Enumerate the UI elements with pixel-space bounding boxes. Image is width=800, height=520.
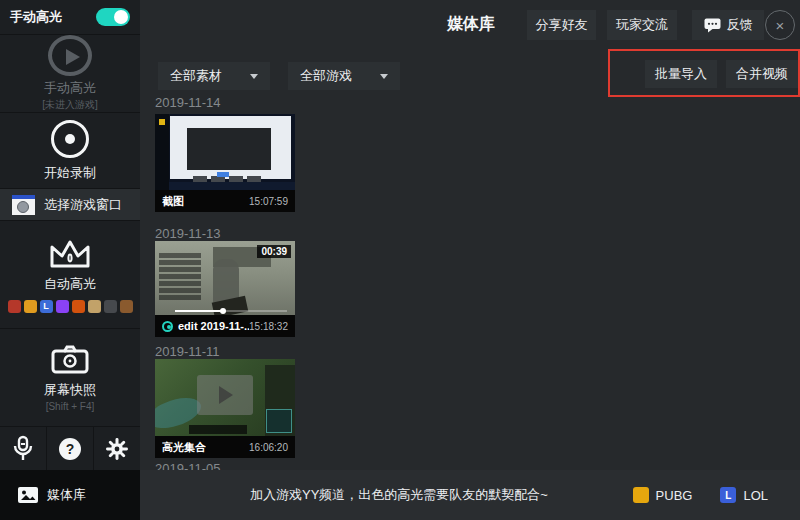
manual-highlight-toggle-label: 手动高光: [10, 8, 62, 26]
minimap: [266, 409, 292, 433]
duration-badge: 00:39: [257, 245, 291, 258]
player-chat-button[interactable]: 玩家交流: [607, 10, 677, 40]
share-friends-button[interactable]: 分享好友: [527, 10, 596, 40]
feedback-button[interactable]: 反馈: [692, 10, 764, 40]
select-game-window-label: 选择游戏窗口: [44, 196, 122, 214]
card-caption: 截图 15:07:59: [155, 190, 295, 212]
feedback-label: 反馈: [727, 16, 753, 34]
sidebar-item-auto-highlight[interactable]: 自动高光 L: [0, 220, 140, 328]
media-time: 15:07:59: [249, 196, 288, 207]
media-library-tab-label: 媒体库: [47, 486, 86, 504]
media-card-screenshot[interactable]: 截图 15:07:59: [155, 114, 295, 212]
close-button[interactable]: ×: [765, 10, 795, 40]
chevron-down-icon: [380, 74, 388, 79]
footer-bar: 媒体库 加入游戏YY频道，出色的高光需要队友的默契配合~ PUBG L LOL: [0, 470, 800, 520]
sidebar-item-manual-highlight[interactable]: 手动高光 [未进入游戏]: [0, 34, 140, 112]
game-window-icon: [12, 195, 35, 215]
game-filter-value: 全部游戏: [300, 67, 352, 85]
gear-icon: [105, 437, 129, 461]
game-icon-pubg: [24, 300, 37, 313]
footer-game-badges: PUBG L LOL: [633, 487, 800, 503]
start-record-label: 开始录制: [44, 164, 96, 182]
crown-icon: [47, 237, 93, 271]
replay-play-icon: [48, 35, 92, 76]
tab-media-library[interactable]: 媒体库: [0, 470, 140, 520]
media-time: 15:18:32: [249, 321, 288, 332]
sidebar-bottom-icons: ?: [0, 426, 140, 470]
batch-import-button[interactable]: 批量导入: [645, 60, 717, 88]
lol-label: LOL: [743, 488, 768, 503]
close-icon: ×: [776, 17, 785, 34]
screen-snapshot-label: 屏幕快照: [44, 381, 96, 399]
game-icon-fortnite: [56, 300, 69, 313]
sidebar-item-screen-snapshot[interactable]: 屏幕快照 [Shift + F4]: [0, 328, 140, 426]
pubg-label: PUBG: [656, 488, 693, 503]
material-filter-dropdown[interactable]: 全部素材: [158, 62, 270, 90]
microphone-button[interactable]: [0, 427, 46, 470]
sidebar-item-select-game-window[interactable]: 选择游戏窗口: [0, 188, 140, 220]
feedback-chat-icon: [704, 18, 721, 33]
game-icon-dota2: [8, 300, 21, 313]
date-header: 2019-11-11: [155, 344, 220, 359]
supported-games-row: L: [8, 300, 133, 313]
camera-icon: [50, 344, 90, 376]
toggle-knob: [114, 10, 128, 24]
date-header: 2019-11-13: [155, 226, 221, 241]
game-icon-warcraft: [120, 300, 133, 313]
question-icon: ?: [59, 438, 81, 460]
media-time: 16:06:20: [249, 442, 288, 453]
help-button[interactable]: ?: [46, 427, 93, 470]
lol-icon: L: [720, 487, 736, 503]
manual-highlight-status: [未进入游戏]: [42, 98, 98, 112]
media-card-video[interactable]: 00:39 edit 2019-11-... 15:18:32: [155, 241, 295, 337]
sidebar: 手动高光 手动高光 [未进入游戏] 开始录制 选择游戏窗口 自动高光: [0, 0, 140, 470]
media-library-icon: [18, 487, 38, 503]
badge-lol[interactable]: L LOL: [720, 487, 768, 503]
page-title: 媒体库: [447, 14, 495, 35]
play-status-icon: [162, 321, 173, 332]
manual-highlight-toggle-row: 手动高光: [0, 0, 140, 34]
footer-message: 加入游戏YY频道，出色的高光需要队友的默契配合~: [250, 486, 548, 504]
date-header: 2019-11-14: [155, 95, 221, 110]
media-title: edit 2019-11-...: [178, 320, 249, 332]
settings-button[interactable]: [93, 427, 140, 470]
chevron-down-icon: [250, 74, 258, 79]
media-card-highlight[interactable]: 高光集合 16:06:20: [155, 359, 295, 458]
progress-bar: [175, 310, 287, 312]
game-icon-crossfire: [72, 300, 85, 313]
record-icon: [51, 120, 89, 158]
play-overlay-icon: [197, 375, 253, 415]
card-caption: 高光集合 16:06:20: [155, 436, 295, 458]
auto-highlight-label: 自动高光: [44, 275, 96, 293]
game-icon-hearthstone: [88, 300, 101, 313]
microphone-icon: [12, 435, 34, 462]
app-window: 手动高光 手动高光 [未进入游戏] 开始录制 选择游戏窗口 自动高光: [0, 0, 800, 520]
material-filter-value: 全部素材: [170, 67, 222, 85]
media-title: 截图: [162, 194, 184, 209]
media-title: 高光集合: [162, 440, 206, 455]
game-icon-unknown: [104, 300, 117, 313]
game-icon-lol: L: [40, 300, 53, 313]
screen-snapshot-hotkey: [Shift + F4]: [46, 401, 95, 412]
sidebar-item-start-record[interactable]: 开始录制: [0, 112, 140, 188]
game-filter-dropdown[interactable]: 全部游戏: [288, 62, 400, 90]
merge-video-button[interactable]: 合并视频: [726, 60, 798, 88]
screenshot-thumbnail: [155, 114, 295, 190]
card-caption: edit 2019-11-... 15:18:32: [155, 315, 295, 337]
badge-pubg[interactable]: PUBG: [633, 487, 693, 503]
manual-highlight-toggle[interactable]: [96, 8, 130, 26]
manual-highlight-label: 手动高光: [44, 79, 96, 97]
pubg-icon: [633, 487, 649, 503]
video-thumbnail: [155, 359, 295, 436]
